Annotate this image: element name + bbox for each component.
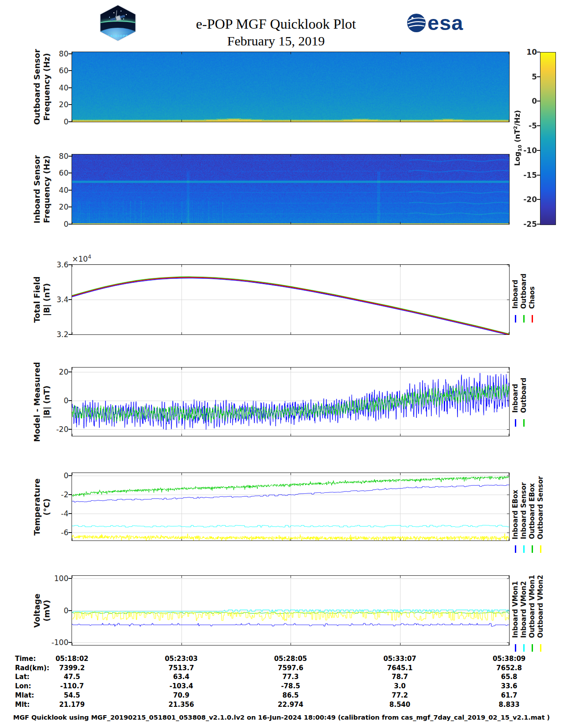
- table-cell: 7652.8: [496, 664, 522, 672]
- legend-marker-cell: [511, 315, 520, 323]
- legend-marker: [515, 419, 517, 427]
- y-tick-mark: [68, 53, 72, 54]
- ylabel-wrap-inboard-spectrogram: Inboard SensorFrequency (Hz): [24, 154, 60, 224]
- starfield-graphic: [106, 10, 106, 11]
- table-cell: 05:23:03: [165, 655, 198, 663]
- legend-marker: [532, 644, 533, 652]
- colorbar-tick-mark: [537, 175, 540, 176]
- colorbar-tick-mark: [537, 224, 540, 225]
- y-tick-mark: [68, 400, 72, 401]
- ylabel-wrap-total-field: Total Field|B| (nT): [24, 265, 60, 334]
- legend-label: Outboard EBox: [528, 483, 537, 539]
- y-tick-mark: [68, 475, 72, 476]
- outboard-spectrogram-canvas: [72, 52, 509, 122]
- quicklook-figure: CASSIOPE e-POP MGF Quicklook Plot Februa…: [0, 0, 563, 728]
- table-cell: 47.5: [64, 673, 80, 681]
- table-cell: 77.2: [392, 691, 408, 699]
- legend-label: Outboard Sensor: [537, 476, 545, 539]
- y-tick-mark: [68, 642, 72, 643]
- ylabel-outboard-spectrogram: Outboard SensorFrequency (Hz): [32, 49, 52, 125]
- legend-marker-cell: [537, 644, 545, 652]
- legend-temperature: Inboard EBoxInboard SensorOutboard EBoxO…: [511, 473, 545, 539]
- panel-model-minus-measured: [72, 367, 510, 436]
- colorbar-tick-mark: [537, 150, 540, 151]
- footer-caption: MGF Quicklook using MGF_20190215_051801_…: [0, 714, 563, 721]
- table-cell: 05:18:02: [56, 655, 89, 663]
- legend-marker: [540, 545, 542, 553]
- ylabel-wrap-voltage: Voltage(mV): [24, 576, 60, 645]
- table-cell: -78.5: [281, 682, 300, 690]
- legend-marker-cell: [537, 545, 545, 553]
- panel-inboard-spectrogram: [72, 154, 510, 225]
- panel-outboard-spectrogram: [72, 52, 510, 122]
- legend-label: Inboard: [511, 384, 520, 413]
- legend-marker-cell: [520, 315, 528, 323]
- table-cell: 7645.1: [387, 664, 413, 672]
- table-cell: 63.4: [173, 673, 189, 681]
- y-tick-mark: [68, 429, 72, 430]
- ylabel-model-minus-measured: Model - Measured|B| (nT): [32, 362, 52, 442]
- ylabel-wrap-temperature: Temperature(°C): [24, 473, 60, 540]
- legend-label: Outboard: [520, 274, 528, 309]
- ylabel-temperature: Temperature(°C): [32, 478, 52, 535]
- legend-marker: [523, 419, 525, 427]
- page-title: e-POP MGF Quicklook Plot: [0, 16, 552, 32]
- legend-label: Inboard VMon1: [511, 581, 520, 638]
- table-cell: 05:33:07: [383, 655, 416, 663]
- y-tick-mark: [68, 104, 72, 105]
- ylabel-inboard-spectrogram: Inboard SensorFrequency (Hz): [32, 155, 52, 224]
- table-cell: 7513.7: [169, 664, 194, 672]
- temperature-canvas: [72, 473, 509, 540]
- legend-marker-cell: [520, 545, 528, 553]
- table-cell: 21.356: [169, 701, 194, 709]
- legend-label: Inboard Sensor: [520, 482, 528, 539]
- y-tick-mark: [68, 190, 72, 191]
- legend-markers-total-field: [511, 315, 537, 323]
- table-cell: 65.8: [501, 673, 517, 681]
- legend-label: Outboard VMon2: [537, 575, 545, 638]
- legend-marker: [523, 644, 525, 652]
- legend-marker: [515, 315, 517, 323]
- colorbar-tick-mark: [537, 199, 540, 200]
- table-cell: 8.833: [499, 701, 519, 709]
- colorbar: [540, 52, 556, 225]
- axis-scale-label: ×104: [72, 254, 91, 263]
- legend-marker-cell: [511, 644, 520, 652]
- table-cell: 54.5: [64, 691, 80, 699]
- legend-marker: [515, 644, 517, 652]
- y-tick-mark: [68, 206, 72, 207]
- table-cell: 61.7: [501, 691, 517, 699]
- colorbar-tick-mark: [537, 52, 540, 53]
- ylabel-wrap-model-minus-measured: Model - Measured|B| (nT): [24, 368, 60, 436]
- legend-marker-cell: [528, 545, 537, 553]
- legend-marker-cell: [528, 644, 537, 652]
- colorbar-axis-label: Log10 (nT2/Hz): [512, 110, 523, 166]
- y-tick-mark: [68, 299, 72, 300]
- ylabel-total-field: Total Field|B| (nT): [32, 276, 52, 323]
- colorbar-tick-mark: [537, 125, 540, 126]
- y-tick-mark: [68, 610, 72, 611]
- legend-markers-model-minus-measured: [511, 419, 528, 427]
- table-row-label: Lat:: [15, 673, 30, 681]
- model-minus-measured-canvas: [72, 368, 509, 436]
- panel-voltage: [72, 575, 510, 645]
- legend-total-field: InboardOutboardChaos: [511, 243, 537, 309]
- legend-marker: [523, 315, 525, 323]
- y-tick-mark: [68, 334, 72, 335]
- table-cell: 21.179: [59, 701, 85, 709]
- table-cell: 8.540: [389, 701, 410, 709]
- legend-voltage: Inboard VMon1Inboard VMon2Outboard VMon1…: [511, 572, 545, 638]
- table-cell: -103.4: [170, 682, 193, 690]
- y-tick-mark: [68, 224, 72, 225]
- legend-label: Chaos: [528, 286, 537, 309]
- table-cell: 77.3: [282, 673, 299, 681]
- table-row-label: Lon:: [15, 682, 31, 690]
- table-cell: 05:38:09: [493, 655, 526, 663]
- legend-label: Outboard VMon1: [528, 575, 537, 638]
- legend-marker-cell: [511, 419, 520, 427]
- table-row-label: Mlt:: [15, 701, 30, 709]
- table-cell: 7597.6: [278, 664, 303, 672]
- legend-model-minus-measured: InboardOutboard: [511, 347, 528, 413]
- table-cell: 3.0: [394, 682, 406, 690]
- voltage-canvas: [72, 576, 509, 645]
